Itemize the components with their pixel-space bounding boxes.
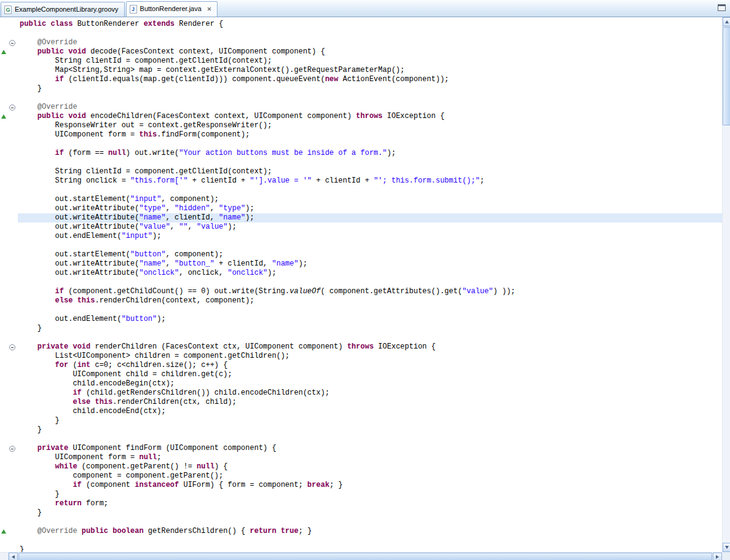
gutter-cell [0,379,7,388]
code-line[interactable] [0,140,722,149]
gutter-cell [0,57,7,66]
code-text [18,186,722,195]
code-line[interactable] [0,29,722,38]
maximize-icon[interactable] [718,4,726,11]
code-line[interactable]: Map<String,String> map = context.getExte… [0,66,722,75]
code-line[interactable]: String onclick = "this.form['" + clientI… [0,176,722,186]
code-line[interactable]: public void decode(FacesContext context,… [0,47,722,57]
override-marker-icon[interactable] [0,527,7,536]
code-editor[interactable]: public class ButtonRenderer extends Rend… [0,17,722,552]
code-text [18,518,722,527]
tab-example-component-library-groovy[interactable]: GExampleComponentLibrary.groovy [1,2,125,17]
code-line[interactable]: UIComponent form = null; [0,453,722,462]
code-line[interactable]: for (int c=0; c<children.size(); c++) { [0,361,722,370]
code-line[interactable]: @Override [0,103,722,112]
code-line[interactable]: return form; [0,499,722,508]
code-line[interactable]: String clientId = component.getClientId(… [0,57,722,66]
code-line[interactable]: } [0,84,722,93]
code-text: } [18,84,722,93]
code-line[interactable] [0,241,722,250]
code-line[interactable]: public void encodeChildren(FacesContext … [0,112,722,121]
code-line[interactable]: } [0,425,722,435]
code-line[interactable]: else this.renderChildren(context, compon… [0,296,722,306]
code-line[interactable]: private void renderChildren (FacesContex… [0,342,722,352]
fold-collapse-icon[interactable] [7,103,18,112]
gutter-cell [0,259,7,269]
horizontal-scrollbar[interactable] [0,552,722,560]
code-line[interactable]: @Override [0,38,722,47]
fold-cell [7,287,18,296]
code-line[interactable]: out.writeAttribute("name", "button_" + c… [0,259,722,269]
code-text: Map<String,String> map = context.getExte… [18,66,722,75]
scroll-up-icon[interactable] [723,17,730,26]
code-line[interactable]: } [0,416,722,425]
fold-cell [7,176,18,186]
code-text: public void encodeChildren(FacesContext … [18,112,722,121]
code-line-current[interactable]: out.writeAttribute("name", clientId, "na… [0,213,722,223]
gutter-cell [0,481,7,490]
code-line[interactable]: ResponseWriter out = context.getResponse… [0,121,722,130]
code-line[interactable] [0,333,722,342]
code-line[interactable] [0,518,722,527]
fold-cell [7,47,18,57]
scroll-left-icon[interactable] [9,553,18,560]
fold-cell [7,140,18,149]
code-line[interactable]: out.startElement("input", component); [0,195,722,204]
scroll-right-icon[interactable] [713,553,722,560]
fold-collapse-icon[interactable] [7,38,18,47]
code-line[interactable]: out.endElement("input"); [0,232,722,241]
code-line[interactable] [0,158,722,167]
horizontal-scroll-thumb[interactable] [18,553,712,560]
code-line[interactable]: UIComponent form = this.findForm(compone… [0,130,722,140]
code-line[interactable]: if (form == null) out.write("Your action… [0,149,722,158]
code-line[interactable]: out.writeAttribute("type", "hidden", "ty… [0,204,722,213]
fold-cell [7,379,18,388]
scroll-down-icon[interactable] [723,543,730,552]
vertical-scroll-thumb[interactable] [723,27,730,125]
code-line[interactable]: else this.renderChildren(ctx, child); [0,398,722,407]
code-line[interactable]: component = component.getParent(); [0,471,722,481]
code-line[interactable]: if (component.getChildCount() == 0) out.… [0,287,722,296]
code-line[interactable]: child.encodeEnd(ctx); [0,407,722,416]
code-line[interactable]: List<UIComponent> children = component.g… [0,352,722,361]
code-area: public class ButtonRenderer extends Rend… [0,17,722,552]
code-line[interactable]: } [0,545,722,552]
code-line[interactable]: out.writeAttribute("onclick", onclick, "… [0,269,722,278]
code-line[interactable] [0,93,722,103]
code-line[interactable]: } [0,490,722,499]
code-line[interactable]: } [0,508,722,518]
code-line[interactable] [0,306,722,315]
code-line[interactable]: while (component.getParent() != null) { [0,462,722,471]
code-line[interactable] [0,278,722,287]
code-text: if (form == null) out.write("Your action… [18,149,722,158]
code-line[interactable] [0,186,722,195]
code-line[interactable]: UIComponent child = children.get(c); [0,370,722,379]
code-line[interactable]: if (child.getRendersChildren()) child.en… [0,388,722,398]
code-line[interactable]: out.endElement("button"); [0,315,722,324]
vertical-scrollbar[interactable] [722,17,730,552]
gutter-cell [0,407,7,416]
code-line[interactable]: if (component instanceof UIForm) { form … [0,481,722,490]
code-line[interactable]: if (clientId.equals(map.get(clientId))) … [0,75,722,84]
fold-collapse-icon[interactable] [7,444,18,453]
fold-cell [7,462,18,471]
code-line[interactable]: private UIComponent findForm (UIComponen… [0,444,722,453]
code-line[interactable]: @Override public boolean getRendersChild… [0,527,722,536]
tab-button-renderer-java[interactable]: JButtonRenderer.java✕ [126,1,218,17]
code-text: UIComponent child = children.get(c); [18,370,722,379]
code-text: out.writeAttribute("value", "", "value")… [18,223,722,232]
override-marker-icon[interactable] [0,47,7,57]
code-line[interactable]: child.encodeBegin(ctx); [0,379,722,388]
override-marker-icon[interactable] [0,112,7,121]
code-line[interactable]: } [0,324,722,333]
code-line[interactable] [0,536,722,545]
fold-collapse-icon[interactable] [7,342,18,352]
code-line[interactable]: out.writeAttribute("value", "", "value")… [0,223,722,232]
code-line[interactable]: out.startElement("button", component); [0,250,722,259]
code-text: if (component instanceof UIForm) { form … [18,481,722,490]
code-line[interactable]: String clientId = component.getClientId(… [0,167,722,176]
close-tab-icon[interactable]: ✕ [207,6,212,12]
code-line[interactable] [0,435,722,444]
code-text: } [18,425,722,435]
code-line[interactable]: public class ButtonRenderer extends Rend… [0,20,722,29]
